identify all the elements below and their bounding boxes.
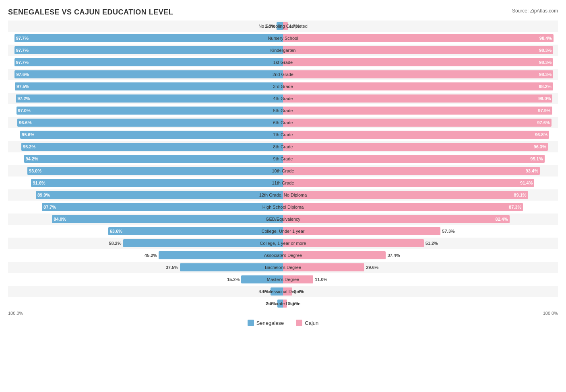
left-value: 97.7%: [14, 48, 30, 53]
left-bar: 94.2%: [24, 155, 283, 163]
left-bar: 63.6%: [108, 227, 283, 235]
left-bar: [159, 251, 283, 259]
right-bar: [283, 239, 424, 247]
table-row: 87.7%High School Diploma87.3%: [8, 201, 558, 213]
right-section: 97.6%: [283, 117, 558, 128]
left-value: 95.6%: [20, 132, 36, 137]
left-value: 89.9%: [36, 193, 52, 197]
right-bar: 96.3%: [283, 143, 548, 151]
left-value: 87.7%: [42, 205, 58, 209]
left-bar: 95.6%: [20, 131, 283, 139]
left-section: 95.6%: [8, 129, 283, 140]
left-bar: 91.6%: [31, 179, 283, 187]
left-bar: 97.6%: [14, 70, 283, 78]
chart-area: 2.3%No Schooling Completed1.7%97.7%Nurse…: [8, 21, 558, 309]
right-value: 96.3%: [532, 144, 548, 149]
left-value-outside: 37.5%: [166, 265, 178, 270]
left-bar: 97.5%: [15, 82, 283, 90]
left-bar: [123, 239, 283, 247]
right-bar: 98.3%: [283, 70, 553, 78]
right-section: 37.4%: [283, 250, 558, 261]
axis-row: 100.0% 100.0%: [8, 311, 558, 316]
left-bar: 84.0%: [52, 215, 283, 223]
right-section: 98.4%: [283, 33, 558, 44]
right-bar: 89.1%: [283, 191, 528, 199]
right-value: 87.3%: [507, 205, 523, 209]
left-bar: 96.6%: [17, 119, 283, 127]
right-bar: 98.3%: [283, 46, 553, 54]
left-bar: 87.7%: [42, 203, 283, 211]
left-value: 84.0%: [52, 217, 68, 222]
right-bar: [283, 227, 440, 235]
right-value: 98.3%: [537, 60, 553, 65]
left-bar: 97.7%: [14, 58, 283, 66]
left-value: 97.7%: [14, 60, 30, 65]
left-value: 97.0%: [17, 108, 32, 113]
cajun-label: Cajun: [305, 320, 318, 326]
right-bar: [283, 251, 386, 259]
right-value-outside: 3.4%: [294, 289, 304, 294]
right-value-outside: 37.4%: [387, 253, 400, 258]
right-value-outside: 57.3%: [442, 229, 454, 234]
table-row: 4.6%Professional Degree3.4%: [8, 286, 558, 297]
right-value: 95.1%: [529, 156, 544, 161]
legend: Senegalese Cajun: [8, 320, 558, 326]
table-row: 37.5%Bachelor's Degree29.6%: [8, 262, 558, 273]
table-row: 97.7%1st Grade98.3%: [8, 57, 558, 68]
left-value-outside: 2.0%: [266, 301, 276, 306]
right-section: 96.8%: [283, 129, 558, 140]
table-row: 2.3%No Schooling Completed1.7%: [8, 21, 558, 32]
table-row: 97.7%Kindergarten98.3%: [8, 45, 558, 56]
right-value: 82.4%: [494, 217, 510, 222]
left-section: 84.0%: [8, 213, 283, 225]
right-value: 98.4%: [538, 36, 554, 41]
left-section: 58.2%: [8, 238, 283, 249]
left-bar: 95.2%: [21, 143, 283, 151]
right-section: 51.2%: [283, 238, 558, 249]
right-section: 95.1%: [283, 153, 558, 164]
left-value: 93.0%: [27, 168, 43, 173]
right-value: 97.9%: [536, 108, 552, 113]
left-bar: 97.7%: [14, 34, 283, 42]
left-section: 97.7%: [8, 57, 283, 68]
axis-left: 100.0%: [8, 311, 283, 316]
right-value: 89.1%: [512, 193, 528, 197]
table-row: 84.0%GED/Equivalency82.4%: [8, 213, 558, 225]
left-section: 2.3%: [8, 21, 283, 32]
table-row: 63.6%College, Under 1 year57.3%: [8, 226, 558, 237]
left-value: 95.2%: [21, 144, 37, 149]
right-bar: 98.3%: [283, 58, 553, 66]
right-section: 96.3%: [283, 141, 558, 152]
left-value: 96.6%: [17, 120, 33, 125]
right-bar: 95.1%: [283, 155, 545, 163]
table-row: 2.0%Doctorate Degree1.5%: [8, 298, 558, 309]
right-bar: 98.2%: [283, 82, 553, 90]
axis-right: 100.0%: [283, 311, 558, 316]
right-value-outside: 1.5%: [289, 301, 299, 306]
left-value: 97.6%: [14, 72, 30, 77]
right-section: 93.4%: [283, 165, 558, 177]
table-row: 97.7%Nursery School98.4%: [8, 33, 558, 44]
right-section: 98.2%: [283, 81, 558, 92]
left-section: 91.6%: [8, 177, 283, 189]
senegalese-label: Senegalese: [256, 320, 284, 326]
table-row: 95.2%8th Grade96.3%: [8, 141, 558, 152]
left-bar: 97.2%: [16, 94, 283, 103]
left-section: 2.0%: [8, 298, 283, 309]
left-section: 15.2%: [8, 274, 283, 285]
right-bar: 98.0%: [283, 94, 552, 103]
table-row: 97.6%2nd Grade98.3%: [8, 69, 558, 80]
left-bar: [271, 287, 283, 296]
right-bar: 82.4%: [283, 215, 510, 223]
left-section: 97.2%: [8, 93, 283, 104]
right-value: 97.6%: [535, 120, 551, 125]
left-value-outside: 2.3%: [265, 24, 275, 29]
left-section: 97.7%: [8, 33, 283, 44]
right-section: 98.3%: [283, 69, 558, 80]
left-section: 45.2%: [8, 250, 283, 261]
left-section: 97.6%: [8, 69, 283, 80]
left-section: 97.5%: [8, 81, 283, 92]
table-row: 95.6%7th Grade96.8%: [8, 129, 558, 140]
left-section: 95.2%: [8, 141, 283, 152]
table-row: 15.2%Master's Degree11.0%: [8, 274, 558, 285]
